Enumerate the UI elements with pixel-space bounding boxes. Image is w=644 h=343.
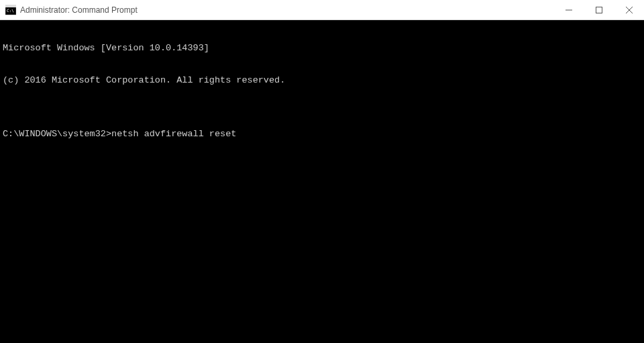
window-controls <box>553 0 644 19</box>
cmd-window: C:\ Administrator: Command Prompt Micros… <box>0 0 644 343</box>
prompt: C:\WINDOWS\system32> <box>3 129 111 140</box>
window-title: Administrator: Command Prompt <box>20 5 553 15</box>
svg-rect-1 <box>5 5 16 7</box>
terminal-line: Microsoft Windows [Version 10.0.14393] <box>3 43 641 54</box>
svg-rect-4 <box>596 7 602 13</box>
terminal-output[interactable]: Microsoft Windows [Version 10.0.14393] (… <box>0 20 644 343</box>
terminal-line: (c) 2016 Microsoft Corporation. All righ… <box>3 75 641 86</box>
maximize-button[interactable] <box>584 0 614 19</box>
minimize-button[interactable] <box>553 0 584 19</box>
titlebar[interactable]: C:\ Administrator: Command Prompt <box>0 0 644 20</box>
prompt-line: C:\WINDOWS\system32>netsh advfirewall re… <box>3 129 641 140</box>
cmd-icon: C:\ <box>5 5 16 15</box>
close-button[interactable] <box>614 0 644 19</box>
command-input[interactable]: netsh advfirewall reset <box>111 129 236 140</box>
svg-text:C:\: C:\ <box>7 8 14 13</box>
